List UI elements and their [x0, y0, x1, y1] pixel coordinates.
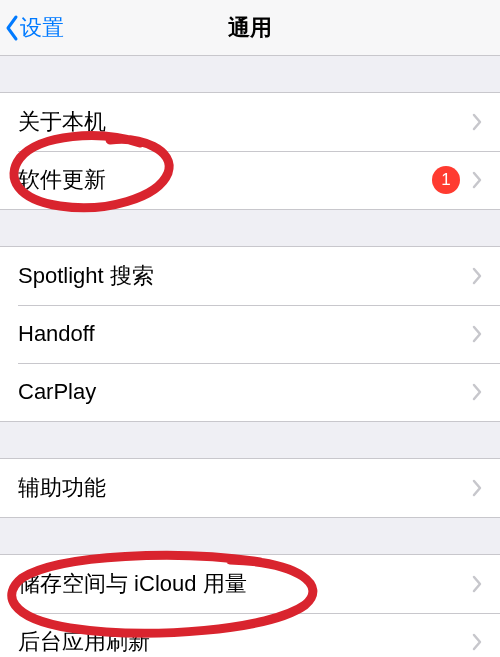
- row-label: CarPlay: [18, 379, 472, 405]
- notification-badge: 1: [432, 166, 460, 194]
- section-about: 关于本机 软件更新 1: [0, 92, 500, 210]
- chevron-right-icon: [472, 325, 482, 343]
- row-spotlight[interactable]: Spotlight 搜索: [0, 247, 500, 305]
- back-label: 设置: [20, 13, 64, 43]
- row-carplay[interactable]: CarPlay: [0, 363, 500, 421]
- chevron-right-icon: [472, 267, 482, 285]
- row-background-refresh[interactable]: 后台应用刷新: [0, 613, 500, 657]
- chevron-right-icon: [472, 113, 482, 131]
- back-button[interactable]: 设置: [4, 0, 64, 55]
- chevron-right-icon: [472, 171, 482, 189]
- chevron-right-icon: [472, 633, 482, 651]
- row-handoff[interactable]: Handoff: [0, 305, 500, 363]
- row-label: 关于本机: [18, 107, 472, 137]
- row-label: 储存空间与 iCloud 用量: [18, 569, 472, 599]
- row-label: Handoff: [18, 321, 472, 347]
- row-about[interactable]: 关于本机: [0, 93, 500, 151]
- chevron-right-icon: [472, 575, 482, 593]
- nav-bar: 设置 通用: [0, 0, 500, 56]
- row-label: 软件更新: [18, 165, 432, 195]
- chevron-right-icon: [472, 383, 482, 401]
- section-features: Spotlight 搜索 Handoff CarPlay: [0, 246, 500, 422]
- row-label: 后台应用刷新: [18, 627, 472, 657]
- row-label: 辅助功能: [18, 473, 472, 503]
- section-accessibility: 辅助功能: [0, 458, 500, 518]
- chevron-left-icon: [4, 14, 20, 42]
- chevron-right-icon: [472, 479, 482, 497]
- row-label: Spotlight 搜索: [18, 261, 472, 291]
- section-storage: 储存空间与 iCloud 用量 后台应用刷新: [0, 554, 500, 657]
- row-software-update[interactable]: 软件更新 1: [0, 151, 500, 209]
- row-storage-icloud[interactable]: 储存空间与 iCloud 用量: [0, 555, 500, 613]
- page-title: 通用: [0, 13, 500, 43]
- row-accessibility[interactable]: 辅助功能: [0, 459, 500, 517]
